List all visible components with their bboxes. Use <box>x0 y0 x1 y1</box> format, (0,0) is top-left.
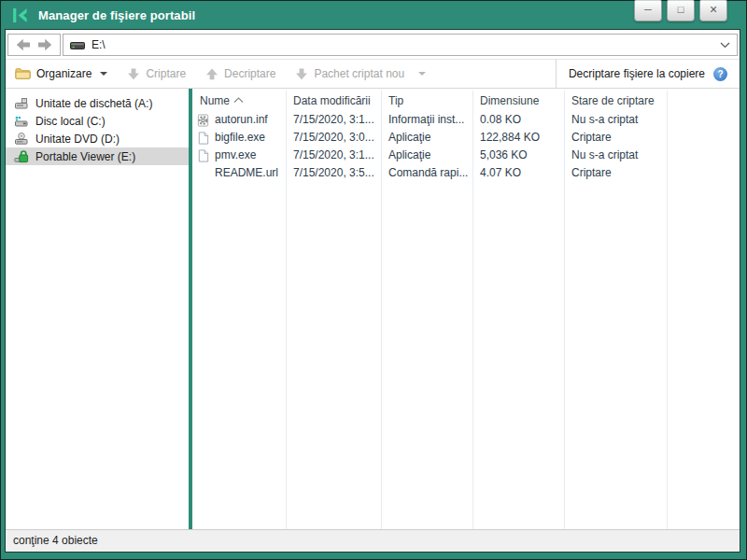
sidebar-item-label: Disc local (C:) <box>35 115 106 128</box>
file-type: Aplicaţie <box>381 147 472 164</box>
maximize-button[interactable]: □ <box>667 0 695 21</box>
file-encryption-status: Criptare <box>564 164 667 182</box>
chevron-down-icon <box>418 72 426 76</box>
floppy-drive-icon <box>14 96 29 111</box>
forward-button[interactable] <box>37 38 52 51</box>
decrypt-on-copy-button[interactable]: Decriptare fişiere la copiere ? <box>556 59 740 89</box>
file-name: pmv.exe <box>215 147 256 164</box>
column-header-type[interactable]: Tip <box>381 89 472 111</box>
arrow-down-icon <box>295 68 308 80</box>
file-date: 7/15/2020, 3:0... <box>286 129 381 147</box>
address-bar[interactable]: E:\ <box>63 34 738 56</box>
column-header-size[interactable]: Dimensiune <box>472 89 564 111</box>
dvd-drive-icon <box>14 132 29 147</box>
decrypt-button[interactable]: Decriptare <box>205 67 275 80</box>
drive-sidebar: Unitate de dischetă (A:) Disc local (C:)… <box>6 89 189 529</box>
file-row-autorun[interactable]: autorun.inf 7/15/2020, 3:1... Informaţii… <box>192 111 740 129</box>
file-size: 122,884 KO <box>472 129 564 147</box>
file-type: Aplicaţie <box>381 129 472 147</box>
file-row-pmv[interactable]: pmv.exe 7/15/2020, 3:1... Aplicaţie 5,03… <box>192 147 740 164</box>
arrow-down-icon <box>127 68 140 80</box>
sidebar-item-label: Portable Viewer (E:) <box>35 150 135 163</box>
window-frame: E:\ Organizare Criptare Decriptare <box>5 29 740 553</box>
drive-icon <box>70 39 85 50</box>
file-row-bigfile[interactable]: bigfile.exe 7/15/2020, 3:0... Aplicaţie … <box>192 129 740 147</box>
encrypt-button[interactable]: Criptare <box>127 67 186 80</box>
arrow-up-icon <box>205 68 218 80</box>
decrypt-label: Decriptare <box>224 67 275 80</box>
file-encryption-status: Nu s-a criptat <box>564 111 667 129</box>
file-list-header: Nume Data modificării Tip Dimensiune Sta… <box>192 89 740 111</box>
sidebar-item-label: Unitate de dischetă (A:) <box>35 97 152 110</box>
window-controls: ─ □ × <box>634 0 727 21</box>
main-area: Unitate de dischetă (A:) Disc local (C:)… <box>6 89 740 529</box>
local-disk-icon <box>14 114 29 129</box>
file-size: 0.08 KO <box>472 111 564 129</box>
file-name: README.url <box>215 164 278 182</box>
chevron-down-icon <box>100 72 107 76</box>
file-list: Nume Data modificării Tip Dimensiune Sta… <box>192 89 740 529</box>
status-bar: conţine 4 obiecte <box>6 529 740 552</box>
close-button[interactable]: × <box>699 0 727 21</box>
organize-label: Organizare <box>36 67 92 80</box>
sidebar-item-floppy-a[interactable]: Unitate de dischetă (A:) <box>6 94 189 112</box>
back-button[interactable] <box>16 38 31 51</box>
file-size: 4.07 KO <box>472 164 564 182</box>
nav-buttons <box>7 34 61 56</box>
help-icon[interactable]: ? <box>713 67 727 81</box>
column-header-encryption-status[interactable]: Stare de criptare <box>564 89 667 111</box>
decrypt-on-copy-label: Decriptare fişiere la copiere <box>569 67 705 80</box>
address-text: E:\ <box>92 38 713 51</box>
navigation-bar: E:\ <box>6 30 740 59</box>
column-header-date-modified[interactable]: Data modificării <box>286 89 381 111</box>
new-encrypted-package-label: Pachet criptat nou <box>314 67 404 80</box>
file-row-readme[interactable]: README.url 7/15/2020, 3:5... Comandă rap… <box>192 164 740 182</box>
encrypt-label: Criptare <box>146 67 186 80</box>
kaspersky-logo-icon <box>11 7 29 24</box>
new-encrypted-package-button[interactable]: Pachet criptat nou <box>295 67 426 80</box>
file-rows: autorun.inf 7/15/2020, 3:1... Informaţii… <box>192 111 740 182</box>
file-date: 7/15/2020, 3:5... <box>286 164 381 182</box>
window-title: Manager de fişiere portabil <box>38 8 195 22</box>
status-text: conţine 4 obiecte <box>13 534 98 547</box>
file-encryption-status: Criptare <box>564 129 667 147</box>
file-size: 5,036 KO <box>472 147 564 164</box>
encrypted-drive-icon <box>14 149 29 164</box>
file-date: 7/15/2020, 3:1... <box>286 111 381 129</box>
minimize-button[interactable]: ─ <box>634 0 662 21</box>
file-icon <box>196 148 210 163</box>
file-encryption-status: Nu s-a criptat <box>564 147 667 164</box>
file-name: bigfile.exe <box>215 129 265 147</box>
file-date: 7/15/2020, 3:1... <box>286 147 381 164</box>
folder-icon <box>15 67 31 80</box>
file-name: autorun.inf <box>215 111 268 129</box>
sidebar-item-local-disk-c[interactable]: Disc local (C:) <box>6 112 189 130</box>
file-icon <box>196 131 210 146</box>
address-dropdown-icon[interactable] <box>720 42 730 49</box>
sidebar-item-dvd-d[interactable]: Unitate DVD (D:) <box>6 130 189 147</box>
setup-file-icon <box>196 113 210 128</box>
file-type: Informaţii inst... <box>381 111 472 129</box>
organize-button[interactable]: Organizare <box>15 67 107 80</box>
file-type: Comandă rapi... <box>381 164 472 182</box>
column-header-name[interactable]: Nume <box>192 89 286 111</box>
sidebar-item-label: Unitate DVD (D:) <box>35 133 120 146</box>
sidebar-item-portable-viewer-e[interactable]: Portable Viewer (E:) <box>6 147 189 165</box>
